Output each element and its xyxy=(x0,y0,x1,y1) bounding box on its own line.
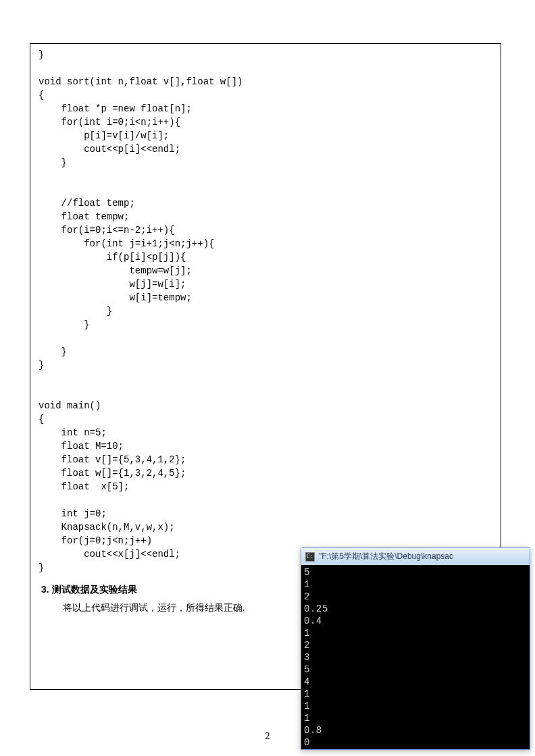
console-title: "F:\第5学期\算法实验\Debug\knapsac xyxy=(319,551,453,562)
console-app-icon xyxy=(305,552,315,562)
code-block: } void sort(int n,float v[],float w[]) {… xyxy=(30,44,501,578)
console-titlebar[interactable]: "F:\第5学期\算法实验\Debug\knapsac xyxy=(301,547,530,565)
console-window: "F:\第5学期\算法实验\Debug\knapsac 5 1 2 0.25 0… xyxy=(301,547,530,750)
console-output: 5 1 2 0.25 0.4 1 2 3 5 4 1 1 1 0.8 0 Pre… xyxy=(301,565,530,750)
